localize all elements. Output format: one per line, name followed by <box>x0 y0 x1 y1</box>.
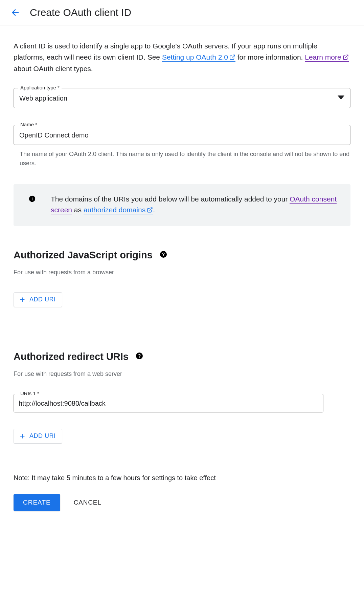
svg-rect-5 <box>32 197 32 197</box>
authorized-domains-link[interactable]: authorized domains <box>84 206 153 214</box>
application-type-label: Application type * <box>18 85 62 90</box>
redirect-uris-header: Authorized redirect URIs ? <box>14 351 350 362</box>
help-icon[interactable]: ? <box>135 352 143 361</box>
info-text: The domains of the URIs you add below wi… <box>51 194 340 216</box>
intro-text-part2: for more information. <box>235 53 305 61</box>
redirect-uri-1-label: URIs 1 * <box>18 390 41 396</box>
external-link-icon <box>147 205 153 216</box>
external-link-icon <box>343 52 349 64</box>
svg-rect-4 <box>32 198 32 200</box>
svg-line-1 <box>345 55 348 58</box>
add-uri-label: ADD URI <box>29 296 56 303</box>
page-header: Create OAuth client ID <box>0 0 364 25</box>
svg-line-6 <box>150 208 152 210</box>
intro-text-part3: about OAuth client types. <box>14 65 93 72</box>
js-origins-header: Authorized JavaScript origins ? <box>14 250 350 261</box>
help-icon[interactable]: ? <box>159 250 167 260</box>
create-button[interactable]: CREATE <box>14 494 60 511</box>
info-box: The domains of the URIs you add below wi… <box>14 184 350 226</box>
js-origins-title: Authorized JavaScript origins <box>14 250 153 261</box>
application-type-field: Application type * Web application <box>14 88 350 108</box>
plus-icon <box>19 296 26 303</box>
name-input[interactable] <box>14 125 350 145</box>
svg-text:?: ? <box>162 252 165 257</box>
add-js-origin-button[interactable]: ADD URI <box>14 292 62 307</box>
add-redirect-uri-button[interactable]: ADD URI <box>14 429 62 444</box>
application-type-select[interactable]: Web application <box>14 88 350 108</box>
redirect-uri-1-field: URIs 1 * <box>14 394 323 412</box>
settings-effect-note: Note: It may take 5 minutes to a few hou… <box>14 474 350 482</box>
svg-line-0 <box>232 55 234 58</box>
name-field: Name * <box>14 125 350 145</box>
js-origins-subtitle: For use with requests from a browser <box>14 269 350 276</box>
redirect-uris-title: Authorized redirect URIs <box>14 351 129 362</box>
plus-icon <box>19 432 26 440</box>
name-helper-text: The name of your OAuth 2.0 client. This … <box>14 150 350 168</box>
content-area: A client ID is used to identify a single… <box>0 25 364 521</box>
intro-text: A client ID is used to identify a single… <box>14 41 350 74</box>
external-link-icon <box>229 52 235 64</box>
setting-up-oauth-link[interactable]: Setting up OAuth 2.0 <box>162 53 235 62</box>
name-label: Name * <box>18 122 39 127</box>
redirect-uris-subtitle: For use with requests from a web server <box>14 370 350 378</box>
info-icon <box>24 194 36 204</box>
page-title: Create OAuth client ID <box>30 7 131 18</box>
footer-buttons: CREATE CANCEL <box>14 494 350 511</box>
back-arrow-icon[interactable] <box>10 7 20 18</box>
add-uri-label: ADD URI <box>29 432 56 440</box>
cancel-button[interactable]: CANCEL <box>74 499 101 506</box>
learn-more-link[interactable]: Learn more <box>305 53 348 62</box>
svg-text:?: ? <box>138 353 141 359</box>
redirect-uri-1-input[interactable] <box>14 394 323 412</box>
